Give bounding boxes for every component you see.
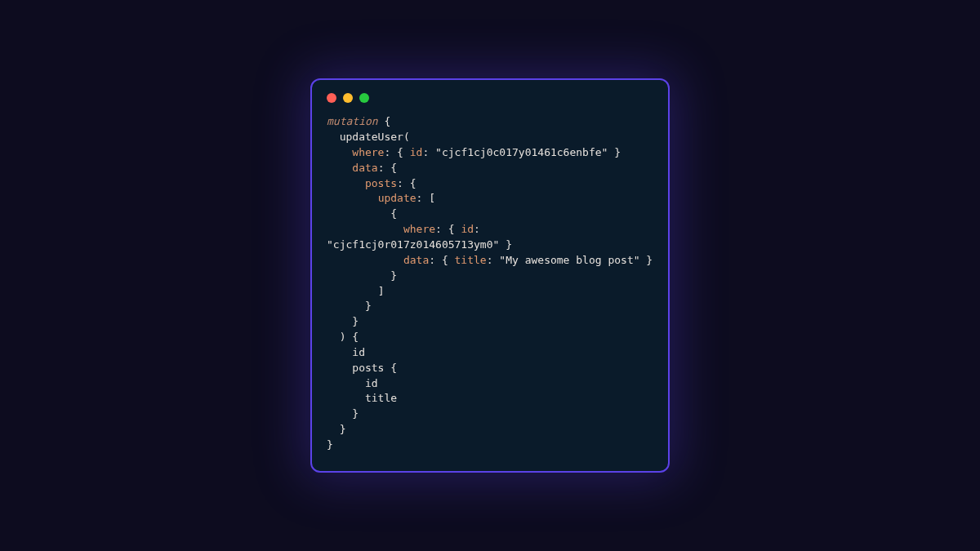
sel-posts-title: title [365,392,397,404]
sel-posts-id: id [365,377,378,389]
window-controls [327,93,653,103]
sel-posts: posts [352,362,384,374]
val-post-id: "cjcf1cj0r017z014605713ym0" [327,238,499,251]
code-window: mutation { updateUser( where: { id: "cjc… [310,78,670,473]
key-id-2: id [461,223,474,235]
maximize-icon[interactable] [359,93,369,103]
key-where: where [352,146,384,158]
fn-updateUser: updateUser [340,131,403,143]
key-posts: posts [365,177,397,189]
key-where-2: where [403,223,435,235]
keyword-mutation: mutation [327,115,378,127]
val-user-id: "cjcf1cj0c017y01461c6enbfe" [435,146,608,158]
sel-id: id [352,346,365,358]
code-block: mutation { updateUser( where: { id: "cjc… [327,114,653,453]
minimize-icon[interactable] [343,93,353,103]
val-title: "My awesome blog post" [499,254,639,266]
close-icon[interactable] [327,93,336,103]
key-title: title [455,254,487,266]
key-update: update [378,192,416,204]
key-data: data [352,162,377,174]
key-data-2: data [403,254,429,266]
key-id: id [410,146,423,158]
